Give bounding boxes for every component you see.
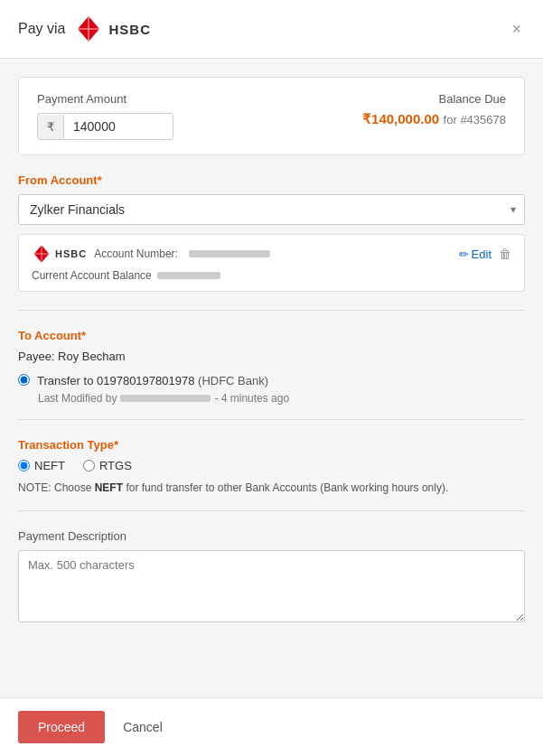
- rtgs-radio[interactable]: [83, 460, 95, 471]
- payment-amount-section: Payment Amount ₹ Balance Due ₹140,000.00…: [18, 77, 525, 155]
- account-balance-row: Current Account Balance: [32, 269, 511, 282]
- last-modified: Last Modified by - 4 minutes ago: [38, 392, 525, 405]
- payment-amount-label: Payment Amount: [37, 92, 173, 106]
- divider-1: [18, 310, 525, 311]
- last-modified-prefix: Last Modified by: [38, 392, 117, 405]
- divider-2: [18, 419, 525, 420]
- from-account-section: From Account* Zylker Financials ▾: [18, 173, 525, 295]
- neft-option[interactable]: NEFT: [18, 459, 65, 472]
- mini-hsbc-logo: HSBC: [32, 244, 87, 264]
- svg-marker-1: [89, 29, 99, 42]
- balance-amount: ₹140,000.00: [362, 111, 439, 126]
- amount-input-wrap: ₹: [37, 113, 173, 140]
- svg-marker-6: [42, 245, 49, 254]
- payee-line: Payee: Roy Becham: [18, 350, 525, 363]
- modified-by-masked: [120, 395, 211, 402]
- account-info-left: HSBC Account Number:: [32, 244, 270, 264]
- svg-marker-3: [78, 16, 89, 29]
- account-number-label: Account Number:: [94, 247, 178, 260]
- account-actions: ✏ Edit 🗑: [459, 247, 511, 261]
- current-balance-label: Current Account Balance: [32, 269, 152, 282]
- payment-description-section: Payment Description: [18, 529, 525, 626]
- bank-name-label: HSBC: [108, 22, 151, 37]
- modal-body: Payment Amount ₹ Balance Due ₹140,000.00…: [0, 59, 543, 697]
- payment-description-textarea[interactable]: [18, 550, 525, 622]
- balance-masked: [157, 272, 220, 279]
- balance-due-section: Balance Due ₹140,000.00 for #435678: [362, 92, 506, 127]
- edit-label: Edit: [472, 247, 492, 261]
- transaction-type-section: Transaction Type* NEFT RTGS NOTE: Choose…: [18, 438, 525, 496]
- rtgs-label: RTGS: [99, 459, 132, 472]
- cancel-button[interactable]: Cancel: [116, 711, 170, 743]
- mini-hsbc-diamond-icon: [32, 244, 51, 264]
- account-info-box: HSBC Account Number: ✏ Edit 🗑: [18, 234, 525, 292]
- transfer-option: Transfer to 019780197801978 (HDFC Bank): [18, 372, 525, 388]
- svg-marker-7: [42, 254, 49, 263]
- modal-footer: Proceed Cancel: [0, 697, 543, 756]
- modal-title: Pay via: [18, 21, 65, 37]
- mini-bank-label: HSBC: [55, 248, 87, 259]
- currency-symbol: ₹: [38, 115, 64, 139]
- delete-account-button[interactable]: 🗑: [499, 247, 511, 261]
- to-account-section: To Account* Payee: Roy Becham Transfer t…: [18, 329, 525, 405]
- amount-left: Payment Amount ₹: [37, 92, 173, 140]
- transfer-to-label: Transfer to 019780197801978: [37, 374, 194, 387]
- amount-input[interactable]: [64, 114, 173, 139]
- payee-name: Roy Becham: [58, 350, 125, 363]
- balance-due-label: Balance Due: [362, 92, 506, 106]
- trash-icon: 🗑: [499, 247, 511, 261]
- note-bold-neft: NEFT: [95, 481, 123, 494]
- svg-marker-0: [89, 16, 99, 29]
- from-account-label: From Account*: [18, 173, 525, 187]
- hsbc-logo: HSBC: [74, 14, 151, 43]
- pencil-icon: ✏: [459, 247, 469, 261]
- svg-marker-8: [34, 254, 42, 263]
- bank-name-tag: (HDFC Bank): [198, 374, 268, 387]
- payee-prefix: Payee:: [18, 350, 54, 363]
- transaction-type-label: Transaction Type*: [18, 438, 525, 452]
- from-account-select-wrap: Zylker Financials ▾: [18, 194, 525, 225]
- from-account-select[interactable]: Zylker Financials: [18, 194, 525, 225]
- rtgs-option[interactable]: RTGS: [83, 459, 132, 472]
- to-account-label: To Account*: [18, 329, 525, 342]
- close-button[interactable]: ×: [508, 16, 525, 42]
- transfer-radio[interactable]: [18, 374, 30, 386]
- header-left: Pay via HSBC: [18, 14, 151, 43]
- transaction-note: NOTE: Choose NEFT for fund transfer to o…: [18, 480, 525, 496]
- last-modified-suffix: - 4 minutes ago: [214, 392, 289, 405]
- account-info-row: HSBC Account Number: ✏ Edit 🗑: [32, 244, 511, 264]
- transfer-label: Transfer to 019780197801978 (HDFC Bank): [37, 374, 268, 387]
- account-number-masked: [189, 250, 270, 257]
- svg-marker-2: [78, 29, 89, 42]
- edit-account-button[interactable]: ✏ Edit: [459, 247, 492, 261]
- neft-radio[interactable]: [18, 460, 30, 471]
- divider-3: [18, 510, 525, 511]
- transaction-type-radio-group: NEFT RTGS: [18, 459, 525, 472]
- svg-marker-9: [34, 245, 42, 254]
- pay-via-modal: Pay via HSBC × Payment Amount: [0, 0, 543, 756]
- proceed-button[interactable]: Proceed: [18, 711, 105, 743]
- hsbc-diamond-icon: [74, 14, 103, 43]
- balance-ref: for #435678: [444, 113, 506, 126]
- payment-description-label: Payment Description: [18, 529, 525, 543]
- neft-label: NEFT: [34, 459, 65, 472]
- modal-header: Pay via HSBC ×: [0, 0, 543, 59]
